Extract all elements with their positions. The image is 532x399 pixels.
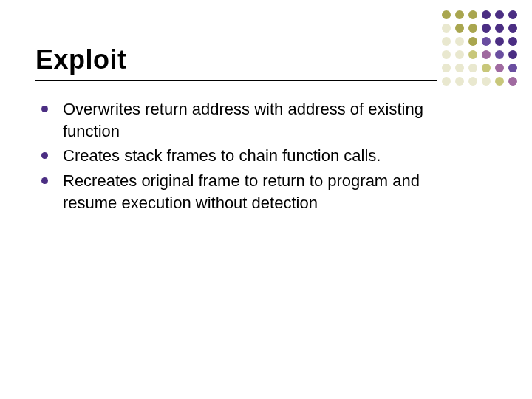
bullet-list: Overwrites return address with address o… [35,98,497,214]
list-item: Overwrites return address with address o… [41,98,497,142]
bullet-icon [41,106,48,112]
bullet-icon [41,152,48,159]
list-item: Recreates original frame to return to pr… [41,170,497,214]
slide: Exploit Overwrites return address with a… [0,0,532,399]
bullet-text: Recreates original frame to return to pr… [63,170,462,214]
slide-title: Exploit [35,44,437,75]
bullet-text: Creates stack frames to chain function c… [63,145,381,167]
list-item: Creates stack frames to chain function c… [41,145,497,167]
title-container: Exploit [35,44,437,81]
bullet-icon [41,177,48,184]
decorative-dot-grid [442,10,519,87]
bullet-text: Overwrites return address with address o… [63,98,462,142]
